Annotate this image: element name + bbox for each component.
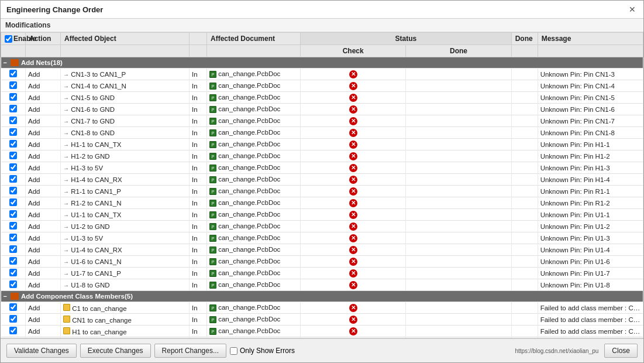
group-row[interactable]: − Add Component Class Members(5): [1, 291, 643, 302]
net-icon: →: [63, 95, 69, 101]
object-cell: → CN1-6 to GND: [61, 104, 190, 115]
in-cell: In: [190, 104, 207, 115]
in-cell: In: [190, 92, 207, 104]
object-cell: → H1-2 to GND: [61, 150, 190, 162]
document-label: can_change.PcbDoc: [218, 316, 280, 323]
net-icon: →: [63, 224, 69, 230]
check-error-icon: ✕: [349, 222, 357, 231]
document-label: can_change.PcbDoc: [218, 281, 280, 288]
object-cell: C1 to can_change: [61, 302, 190, 314]
action-cell: Add: [26, 256, 61, 268]
row-enable-checkbox[interactable]: [9, 303, 17, 311]
object-cell: → CN1-5 to GND: [61, 92, 190, 104]
message-cell: Unknown Pin: Pin U1-4: [538, 244, 643, 256]
done-cell: [406, 69, 511, 80]
group-row[interactable]: − Add Nets(18): [1, 57, 643, 69]
check-error-icon: ✕: [349, 164, 357, 172]
message-cell: Failed to add class member : Component: [538, 302, 643, 314]
message-cell: Unknown Pin: Pin U1-6: [538, 256, 643, 268]
done-cell2: [511, 314, 538, 326]
window-close-button[interactable]: ✕: [627, 4, 638, 15]
group-toggle[interactable]: − Add Nets(18): [4, 59, 63, 66]
row-enable-checkbox[interactable]: [9, 81, 17, 89]
message-cell: Unknown Pin: Pin CN1-6: [538, 104, 643, 115]
message-cell: Unknown Pin: Pin U1-1: [538, 209, 643, 221]
check-error-icon: ✕: [349, 187, 357, 196]
changes-table-container[interactable]: Enable Action Affected Object Affected D…: [1, 32, 643, 338]
row-enable-checkbox[interactable]: [9, 128, 17, 136]
execute-changes-button[interactable]: Execute Changes: [80, 344, 151, 358]
object-label: H1-1 to CAN_TX: [71, 141, 121, 148]
pcb-icon: P: [209, 316, 216, 323]
validate-changes-button[interactable]: Validate Changes: [6, 344, 77, 358]
enable-all-checkbox[interactable]: [5, 35, 12, 43]
row-enable-checkbox[interactable]: [9, 245, 17, 253]
row-enable-checkbox[interactable]: [9, 315, 17, 323]
only-show-errors-text: Only Show Errors: [240, 347, 295, 355]
row-enable-checkbox[interactable]: [9, 93, 17, 101]
document-cell: P can_change.PcbDoc: [207, 221, 301, 232]
group-toggle[interactable]: − Add Component Class Members(5): [4, 293, 133, 300]
document-cell: P can_change.PcbDoc: [207, 279, 301, 291]
object-cell: → U1-3 to 5V: [61, 232, 190, 244]
document-label: can_change.PcbDoc: [218, 82, 280, 89]
row-enable-checkbox[interactable]: [9, 117, 17, 124]
group-cell: − Add Component Class Members(5): [1, 291, 643, 302]
header-message: Message: [538, 33, 643, 45]
close-button[interactable]: Close: [604, 344, 638, 358]
table-row: Add → CN1-3 to CAN1_P In P can_change.Pc…: [1, 69, 643, 80]
document-cell: P can_change.PcbDoc: [207, 186, 301, 197]
footer-buttons: Validate Changes Execute Changes Report …: [6, 344, 295, 358]
table-body: − Add Nets(18) Add → CN1-3 to CAN1_P In …: [1, 57, 643, 339]
net-icon: →: [63, 247, 69, 254]
row-enable-checkbox[interactable]: [9, 105, 17, 112]
enable-cell: [1, 139, 26, 150]
row-enable-checkbox[interactable]: [9, 257, 17, 265]
message-cell: Failed to add class member : Component: [538, 314, 643, 326]
in-cell: In: [190, 244, 207, 256]
object-cell: → CN1-3 to CAN1_P: [61, 69, 190, 80]
table-row: Add → H1-4 to CAN_RX In P can_change.Pcb…: [1, 174, 643, 186]
row-enable-checkbox[interactable]: [9, 327, 17, 334]
report-changes-button[interactable]: Report Changes...: [154, 344, 226, 358]
in-cell: In: [190, 80, 207, 92]
document-cell: P can_change.PcbDoc: [207, 115, 301, 127]
row-enable-checkbox[interactable]: [9, 140, 17, 148]
document-cell: P can_change.PcbDoc: [207, 197, 301, 209]
done-cell: [406, 279, 511, 291]
table-row: Add → U1-7 to CAN1_P In P can_change.Pcb…: [1, 268, 643, 279]
check-cell: ✕: [301, 104, 406, 115]
check-error-icon: ✕: [349, 281, 357, 289]
row-enable-checkbox[interactable]: [9, 210, 17, 218]
object-label: H1 to can_change: [72, 328, 126, 335]
done-cell2: [511, 80, 538, 92]
row-enable-checkbox[interactable]: [9, 280, 17, 288]
only-show-errors-checkbox[interactable]: [230, 347, 237, 355]
net-icon: →: [63, 130, 69, 136]
check-cell: ✕: [301, 302, 406, 314]
in-cell: In: [190, 326, 207, 337]
message-cell: Unknown Pin: Pin U1-8: [538, 279, 643, 291]
check-error-icon: ✕: [349, 304, 357, 312]
row-enable-checkbox[interactable]: [9, 70, 17, 77]
row-enable-checkbox[interactable]: [9, 222, 17, 230]
done-cell: [406, 244, 511, 256]
done-cell: [406, 150, 511, 162]
row-enable-checkbox[interactable]: [9, 152, 17, 159]
action-cell: Add: [26, 244, 61, 256]
folder-icon: [11, 59, 19, 66]
row-enable-checkbox[interactable]: [9, 175, 17, 183]
header-in: [190, 33, 207, 45]
enable-cell: [1, 197, 26, 209]
only-show-errors-label[interactable]: Only Show Errors: [230, 347, 295, 355]
table-row: Add → U1-6 to CAN1_N In P can_change.Pcb…: [1, 256, 643, 268]
row-enable-checkbox[interactable]: [9, 269, 17, 276]
row-enable-checkbox[interactable]: [9, 198, 17, 206]
table-row: Add → H1-3 to 5V In P can_change.PcbDoc …: [1, 162, 643, 174]
row-enable-checkbox[interactable]: [9, 187, 17, 194]
row-enable-checkbox[interactable]: [9, 163, 17, 171]
document-label: can_change.PcbDoc: [218, 327, 280, 334]
message-cell: Unknown Pin: Pin CN1-4: [538, 80, 643, 92]
row-enable-checkbox[interactable]: [9, 234, 17, 241]
enable-cell: [1, 69, 26, 80]
